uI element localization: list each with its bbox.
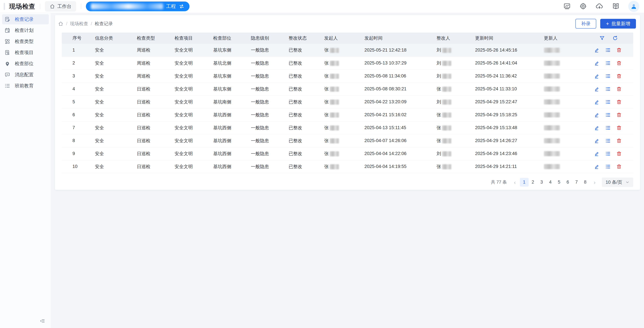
cell-level: 一般隐患 (251, 57, 289, 70)
table-row: 6安全日巡检安全文明基坑西侧一般隐患已整改张2025-04-21 15:16:0… (62, 108, 633, 121)
delete-button[interactable] (616, 112, 622, 118)
edit-button[interactable] (594, 86, 600, 92)
sidebar-item-label: 检查计划 (15, 27, 34, 34)
detail-button[interactable] (605, 164, 611, 169)
delete-button[interactable] (616, 60, 622, 66)
cell-updater (544, 160, 594, 173)
edit-button[interactable] (594, 60, 600, 66)
page-button-8[interactable]: 8 (581, 178, 590, 187)
cell-rectifier: 张 (436, 108, 475, 121)
monitor-icon[interactable] (563, 2, 571, 11)
refresh-button[interactable] (612, 35, 618, 41)
redacted-text (544, 74, 560, 79)
cell-part: 基坑东侧 (213, 44, 251, 57)
book-icon[interactable] (612, 2, 620, 11)
cell-type: 周巡检 (137, 57, 174, 70)
delete-icon (616, 47, 622, 53)
edit-button[interactable] (594, 99, 600, 105)
page-button-4[interactable]: 4 (546, 178, 555, 187)
edit-button[interactable] (594, 47, 600, 53)
sidebar-item-inspection-plans[interactable]: 检查计划 (2, 25, 49, 36)
edit-button[interactable] (594, 138, 600, 143)
delete-button[interactable] (616, 86, 622, 92)
cell-actions (594, 121, 633, 134)
detail-button[interactable] (605, 60, 611, 66)
supplementary-entry-button[interactable]: 补录 (576, 19, 596, 29)
delete-button[interactable] (616, 99, 622, 105)
delete-button[interactable] (616, 151, 622, 156)
page-button-6[interactable]: 6 (564, 178, 572, 187)
sidebar-item-inspection-types[interactable]: 检查类型 (2, 37, 49, 47)
home-icon[interactable] (58, 21, 64, 26)
delete-button[interactable] (616, 47, 622, 53)
edit-button[interactable] (594, 112, 600, 118)
breadcrumb-section[interactable]: 现场检查 (70, 21, 88, 27)
filter-button[interactable] (599, 35, 605, 41)
cell-no: 1 (62, 44, 95, 57)
detail-button[interactable] (605, 47, 611, 53)
detail-button[interactable] (605, 138, 611, 143)
redacted-text (442, 151, 452, 156)
edit-button[interactable] (594, 125, 600, 130)
page-button-5[interactable]: 5 (555, 178, 564, 187)
cell-type: 周巡检 (137, 70, 174, 82)
cell-rectifier: 刘 (436, 57, 475, 70)
workbench-button[interactable]: 工作台 (45, 1, 76, 12)
detail-button[interactable] (605, 151, 611, 156)
detail-icon (605, 151, 611, 156)
sidebar-item-inspection-items[interactable]: 检查项目 (2, 48, 49, 58)
sidebar-collapse-icon[interactable] (40, 318, 45, 324)
cell-type: 日巡检 (137, 134, 174, 147)
detail-button[interactable] (605, 86, 611, 92)
page-button-3[interactable]: 3 (537, 178, 546, 187)
redacted-text (330, 61, 339, 66)
cell-actions (594, 70, 633, 82)
cell-category: 安全 (95, 134, 137, 147)
next-page-button[interactable]: › (592, 179, 597, 185)
redacted-text (442, 100, 452, 105)
cell-item: 安全文明 (174, 108, 213, 121)
detail-button[interactable] (605, 99, 611, 105)
sidebar-item-message-config[interactable]: 消息配置 (2, 70, 49, 80)
breadcrumb-separator: / (66, 21, 68, 26)
project-switcher-pill[interactable]: 工程 (86, 2, 190, 11)
cell-part: 基坑西侧 (213, 121, 251, 134)
delete-button[interactable] (616, 138, 622, 143)
page-button-1[interactable]: 1 (520, 178, 528, 187)
cell-initiator: 张 (324, 82, 364, 95)
sidebar-item-inspection-records[interactable]: 检查记录 (2, 14, 49, 24)
edit-button[interactable] (594, 164, 600, 169)
delete-button[interactable] (616, 164, 622, 169)
sidebar-item-pre-shift-education[interactable]: 班前教育 (2, 81, 49, 91)
cell-category: 安全 (95, 160, 137, 173)
detail-button[interactable] (605, 73, 611, 79)
sidebar-item-inspection-parts[interactable]: 检查部位 (2, 59, 49, 69)
cell-updater (544, 108, 594, 121)
cell-initiator: 张 (324, 70, 364, 82)
edit-button[interactable] (594, 151, 600, 156)
prev-page-button[interactable]: ‹ (512, 179, 518, 185)
cell-rectifier: 张 (436, 134, 475, 147)
page-button-7[interactable]: 7 (572, 178, 581, 187)
delete-button[interactable] (616, 125, 622, 130)
user-avatar[interactable] (628, 1, 639, 12)
cell-updated-at: 2025-05-26 14:41:04 (475, 57, 544, 70)
page-size-select[interactable]: 10 条/页 (602, 178, 633, 187)
column-header: 隐患级别 (251, 33, 289, 44)
detail-button[interactable] (605, 112, 611, 118)
batch-add-button[interactable]: + 批量新增 (600, 19, 636, 29)
cell-updater (544, 121, 594, 134)
cell-updated-at: 2025-04-29 14:26:27 (475, 134, 544, 147)
table-row: 2安全周巡检安全文明基坑北侧一般隐患已整改张2025-05-13 10:37:2… (62, 57, 633, 70)
edit-button[interactable] (594, 73, 600, 79)
gear-icon[interactable] (579, 2, 587, 11)
cell-rectifier: 刘 (436, 147, 475, 160)
breadcrumb-current: 检查记录 (95, 21, 113, 27)
redacted-text (544, 99, 560, 104)
delete-button[interactable] (616, 73, 622, 79)
cell-status: 已整改 (289, 82, 324, 95)
redacted-text (330, 74, 339, 79)
page-button-2[interactable]: 2 (528, 178, 537, 187)
cloud-download-icon[interactable] (595, 2, 604, 11)
detail-button[interactable] (605, 125, 611, 130)
